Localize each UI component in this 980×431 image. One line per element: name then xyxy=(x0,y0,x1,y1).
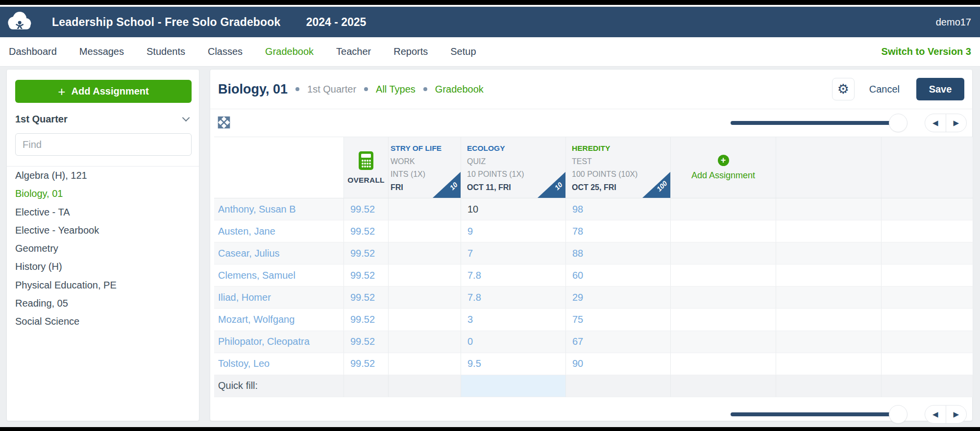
grade-cell[interactable] xyxy=(671,198,776,220)
page-right-button[interactable]: ▶ xyxy=(946,114,967,132)
username[interactable]: demo17 xyxy=(936,17,971,28)
grade-cell-heredity[interactable]: 90 xyxy=(566,353,671,375)
grade-cell[interactable] xyxy=(671,331,776,353)
assignment-points: INTS (1X) xyxy=(391,168,461,181)
class-list-item-pe[interactable]: Physical Education, PE xyxy=(7,276,199,294)
grade-cell[interactable] xyxy=(389,331,461,353)
arrow-left-icon: ◀ xyxy=(932,410,938,419)
expand-grid-icon[interactable] xyxy=(218,116,230,129)
grade-cell[interactable] xyxy=(389,287,461,308)
page-right-button[interactable]: ▶ xyxy=(946,406,967,423)
scrollbar-thumb[interactable] xyxy=(889,405,907,424)
nav-item-dashboard[interactable]: Dashboard xyxy=(9,46,57,57)
grade-cell[interactable] xyxy=(671,353,776,375)
grade-cell[interactable] xyxy=(671,242,776,264)
grade-cell xyxy=(776,331,882,353)
quick-fill-cell[interactable] xyxy=(389,375,461,397)
grade-cell[interactable] xyxy=(671,287,776,308)
grade-cell-heredity[interactable]: 88 xyxy=(566,242,671,264)
grade-cell xyxy=(882,264,973,286)
crumb-quarter[interactable]: 1st Quarter xyxy=(307,84,356,95)
quick-fill-cell[interactable] xyxy=(566,375,671,397)
assignment-title[interactable]: ECOLOGY xyxy=(467,142,565,155)
grade-cell[interactable] xyxy=(389,353,461,375)
student-name-link[interactable]: Philopator, Cleopatra xyxy=(214,331,344,353)
class-list-item-social-science[interactable]: Social Science xyxy=(7,312,199,331)
add-assignment-button[interactable]: + Add Assignment xyxy=(15,80,192,103)
class-list-item-geometry[interactable]: Geometry xyxy=(7,239,199,258)
nav-item-setup[interactable]: Setup xyxy=(450,46,476,57)
assignment-title[interactable]: HEREDITY xyxy=(572,142,670,155)
assignment-header-heredity[interactable]: HEREDITY TEST 100 POINTS (10X) OCT 25, F… xyxy=(566,137,671,198)
grade-cell-ecology[interactable]: 10 xyxy=(461,198,566,220)
grade-cell-heredity[interactable]: 60 xyxy=(566,264,671,286)
class-sidebar: + Add Assignment 1st Quarter Algebra (H)… xyxy=(6,69,199,421)
student-name-link[interactable]: Austen, Jane xyxy=(214,220,344,242)
scrollbar-track[interactable] xyxy=(731,121,899,125)
page-left-button[interactable]: ◀ xyxy=(925,114,946,132)
student-name-link[interactable]: Clemens, Samuel xyxy=(214,264,344,286)
grade-cell[interactable] xyxy=(389,220,461,242)
grade-cell-ecology[interactable]: 9.5 xyxy=(461,353,566,375)
class-list-item-reading[interactable]: Reading, 05 xyxy=(7,294,199,312)
main-nav: Dashboard Messages Students Classes Grad… xyxy=(0,37,980,67)
grade-cell[interactable] xyxy=(389,264,461,286)
grade-cell-heredity[interactable]: 75 xyxy=(566,309,671,330)
grade-cell[interactable] xyxy=(389,198,461,220)
crumb-all-types[interactable]: All Types xyxy=(376,84,416,95)
grade-cell-heredity[interactable]: 98 xyxy=(566,198,671,220)
grade-cell[interactable] xyxy=(389,242,461,264)
crumb-gradebook[interactable]: Gradebook xyxy=(435,84,484,95)
class-list-item-algebra[interactable]: Algebra (H), 121 xyxy=(7,167,199,185)
grade-cell-ecology[interactable]: 0 xyxy=(461,331,566,353)
nav-item-classes[interactable]: Classes xyxy=(208,46,243,57)
nav-item-messages[interactable]: Messages xyxy=(79,46,124,57)
grade-cell-ecology[interactable]: 9 xyxy=(461,220,566,242)
grade-cell-ecology[interactable]: 7.8 xyxy=(461,287,566,308)
grade-cell[interactable] xyxy=(671,309,776,330)
grade-cell-heredity[interactable]: 67 xyxy=(566,331,671,353)
quarter-selector[interactable]: 1st Quarter xyxy=(15,111,192,127)
grade-cell-heredity[interactable]: 78 xyxy=(566,220,671,242)
grade-cell-heredity[interactable]: 29 xyxy=(566,287,671,308)
add-assignment-column-header[interactable]: + Add Assignment xyxy=(671,137,776,198)
class-list-item-history[interactable]: History (H) xyxy=(7,258,199,276)
quick-fill-cell[interactable] xyxy=(671,375,776,397)
find-input[interactable] xyxy=(15,133,192,156)
nav-item-teacher[interactable]: Teacher xyxy=(336,46,371,57)
class-list-item-elective-yearbook[interactable]: Elective - Yearbook xyxy=(7,221,199,239)
grade-cell-ecology[interactable]: 7.8 xyxy=(461,264,566,286)
student-name-link[interactable]: Anthony, Susan B xyxy=(214,198,344,220)
settings-button[interactable]: ⚙ xyxy=(832,78,855,100)
empty-column-header xyxy=(776,137,882,198)
grade-cell-ecology[interactable]: 7 xyxy=(461,242,566,264)
quick-fill-cell-ecology-selected[interactable] xyxy=(461,375,566,397)
class-list-item-biology[interactable]: Biology, 01 xyxy=(7,185,199,203)
assignment-header-ecology[interactable]: ECOLOGY QUIZ 10 POINTS (1X) OCT 11, FRI … xyxy=(461,137,566,198)
student-name-link[interactable]: Tolstoy, Leo xyxy=(214,353,344,375)
nav-item-students[interactable]: Students xyxy=(147,46,185,57)
assignment-header-history-of-life[interactable]: STRY OF LIFE WORK INTS (1X) FRI 10 xyxy=(389,137,461,198)
assignment-title[interactable]: STRY OF LIFE xyxy=(391,142,461,155)
page-left-button[interactable]: ◀ xyxy=(925,406,946,423)
quick-fill-cell xyxy=(776,375,882,397)
grade-cell[interactable] xyxy=(671,264,776,286)
grade-cell-ecology[interactable]: 3 xyxy=(461,309,566,330)
scrollbar-thumb[interactable] xyxy=(889,114,907,132)
grade-cell[interactable] xyxy=(389,309,461,330)
scrollbar-track[interactable] xyxy=(731,412,899,416)
switch-version-link[interactable]: Switch to Version 3 xyxy=(882,46,971,57)
table-header-row: OVERALL STRY OF LIFE WORK INTS (1X) FRI … xyxy=(214,137,973,198)
save-button[interactable]: Save xyxy=(916,78,964,100)
student-name-link[interactable]: Casear, Julius xyxy=(214,242,344,264)
student-name-link[interactable]: Mozart, Wolfgang xyxy=(214,309,344,330)
class-list-item-elective-ta[interactable]: Elective - TA xyxy=(7,203,199,221)
nav-item-gradebook[interactable]: Gradebook xyxy=(265,46,314,57)
grade-cell[interactable] xyxy=(671,220,776,242)
nav-item-reports[interactable]: Reports xyxy=(393,46,428,57)
overall-grade: 99.52 xyxy=(344,198,389,220)
table-row: Mozart, Wolfgang 99.52 3 75 xyxy=(214,309,973,331)
cancel-button[interactable]: Cancel xyxy=(869,84,900,95)
plus-icon: + xyxy=(58,85,65,98)
student-name-link[interactable]: Iliad, Homer xyxy=(214,287,344,308)
